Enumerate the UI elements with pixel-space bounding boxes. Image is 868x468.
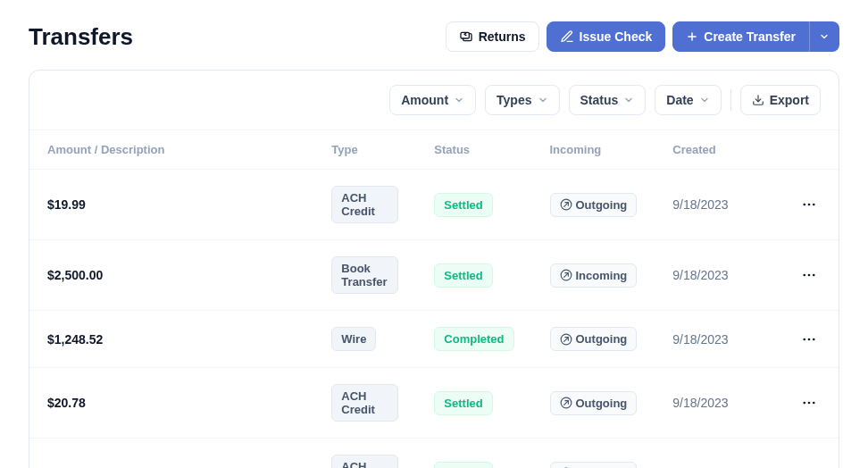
table-row[interactable]: $19.99 ACH Credit Settled Outgoing 9/18/…: [29, 170, 839, 240]
col-header-amount: Amount / Description: [29, 130, 313, 170]
cell-direction: Outgoing: [532, 439, 655, 469]
download-icon: [752, 94, 764, 106]
plus-icon: [686, 30, 698, 43]
page-header: Transfers Returns Issue Check: [29, 21, 839, 52]
svg-point-23: [813, 402, 815, 405]
arrow-icon: [560, 333, 572, 346]
svg-point-8: [813, 204, 815, 206]
create-transfer-group: Create Transfer: [672, 21, 839, 52]
svg-point-17: [808, 338, 811, 340]
col-header-status: Status: [416, 130, 531, 170]
chevron-down-icon: [699, 95, 710, 105]
filter-types[interactable]: Types: [485, 85, 559, 115]
svg-point-21: [803, 402, 805, 405]
filter-amount[interactable]: Amount: [389, 85, 476, 115]
more-button[interactable]: [797, 328, 821, 351]
returns-icon: [459, 29, 473, 44]
cell-created: 9/18/2023: [655, 368, 780, 439]
filter-date[interactable]: Date: [655, 85, 721, 115]
returns-label: Returns: [479, 29, 526, 44]
create-transfer-label: Create Transfer: [704, 29, 796, 44]
svg-point-12: [808, 274, 811, 277]
cell-status: Settled: [416, 439, 531, 469]
cell-direction: Outgoing: [532, 170, 655, 240]
more-button[interactable]: [797, 462, 821, 468]
status-badge: Settled: [434, 391, 492, 415]
cell-created: 9/18/2023: [655, 439, 780, 469]
svg-line-20: [563, 401, 568, 405]
filter-amount-label: Amount: [401, 93, 448, 107]
table-row[interactable]: $261.48 ACH Credit Settled Outgoing 9/18…: [29, 439, 839, 469]
svg-point-13: [813, 274, 815, 277]
returns-button[interactable]: Returns: [446, 21, 539, 52]
svg-point-6: [803, 204, 805, 206]
filter-types-label: Types: [497, 93, 531, 107]
cell-actions: [780, 170, 839, 240]
svg-line-10: [563, 273, 568, 278]
status-badge: Settled: [434, 462, 492, 469]
cell-amount: $2,500.00: [29, 240, 313, 311]
svg-line-15: [563, 337, 568, 341]
col-header-type: Type: [313, 130, 416, 170]
cell-direction: Incoming: [532, 240, 655, 311]
header-actions: Returns Issue Check Create Transfer: [446, 21, 839, 52]
col-header-created: Created: [655, 130, 780, 170]
cell-amount: $1,248.52: [29, 311, 313, 368]
cell-created: 9/18/2023: [655, 170, 780, 240]
direction-badge: Incoming: [550, 263, 638, 288]
page-title: Transfers: [29, 23, 133, 51]
transfers-table: Amount / Description Type Status Incomin…: [29, 130, 839, 468]
chevron-down-icon: [538, 95, 548, 105]
table-row[interactable]: $20.78 ACH Credit Settled Outgoing 9/18/…: [29, 368, 839, 439]
cell-status: Settled: [416, 170, 531, 240]
check-icon: [560, 29, 574, 44]
svg-point-18: [813, 338, 815, 340]
cell-type: ACH Credit: [313, 439, 416, 469]
more-button[interactable]: [797, 193, 821, 216]
export-button[interactable]: Export: [740, 85, 821, 115]
create-transfer-button[interactable]: Create Transfer: [672, 21, 809, 52]
svg-point-16: [803, 338, 805, 340]
table-row[interactable]: $2,500.00 Book Transfer Settled Incoming…: [29, 240, 839, 311]
arrow-icon: [560, 397, 572, 409]
cell-actions: [780, 439, 839, 469]
cell-actions: [780, 311, 839, 368]
cell-type: ACH Credit: [313, 368, 416, 439]
filter-status[interactable]: Status: [569, 85, 647, 115]
direction-badge: Outgoing: [550, 391, 638, 415]
more-button[interactable]: [797, 391, 821, 414]
more-horizontal-icon: [801, 331, 817, 347]
issue-check-button[interactable]: Issue Check: [547, 21, 666, 52]
svg-point-7: [808, 204, 811, 206]
more-horizontal-icon: [801, 395, 817, 411]
cell-status: Settled: [416, 240, 531, 311]
type-badge: ACH Credit: [331, 455, 398, 468]
create-transfer-dropdown[interactable]: [809, 21, 839, 52]
more-button[interactable]: [797, 263, 821, 287]
cell-type: Book Transfer: [313, 240, 416, 311]
type-badge: ACH Credit: [331, 384, 398, 422]
filter-toolbar: Amount Types Status Date: [29, 71, 839, 130]
cell-actions: [780, 240, 839, 311]
chevron-down-icon: [623, 95, 634, 105]
type-badge: Book Transfer: [331, 256, 398, 294]
filter-status-label: Status: [580, 93, 619, 107]
issue-check-label: Issue Check: [580, 29, 653, 44]
transfers-panel: Amount Types Status Date: [29, 70, 839, 468]
toolbar-separator: [730, 89, 731, 111]
type-badge: Wire: [331, 327, 376, 351]
arrow-icon: [560, 198, 572, 211]
chevron-down-icon: [819, 31, 830, 42]
table-row[interactable]: $1,248.52 Wire Completed Outgoing 9/18/2…: [29, 311, 839, 368]
cell-actions: [780, 368, 839, 439]
cell-amount: $261.48: [29, 439, 313, 469]
cell-direction: Outgoing: [532, 368, 655, 439]
status-badge: Settled: [434, 263, 492, 288]
cell-status: Settled: [416, 368, 531, 439]
cell-direction: Outgoing: [532, 311, 655, 368]
cell-amount: $19.99: [29, 170, 313, 240]
direction-badge: Outgoing: [550, 462, 638, 469]
cell-type: Wire: [313, 311, 416, 368]
status-badge: Completed: [434, 327, 513, 351]
status-badge: Settled: [434, 193, 492, 217]
